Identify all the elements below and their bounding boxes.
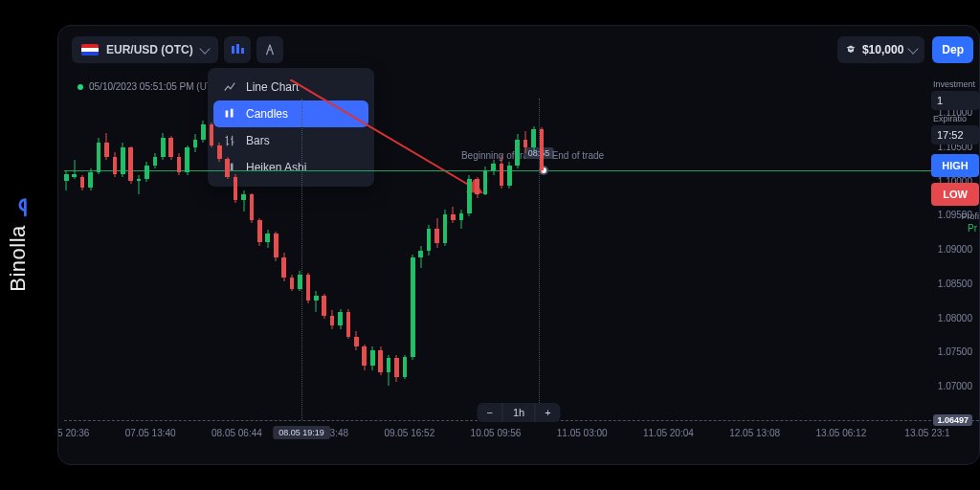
brand-logo-text: Binolla <box>6 198 31 292</box>
brand-icon <box>8 198 29 219</box>
crosshair-vertical <box>301 99 302 420</box>
x-tick: 08.05 06:44 <box>212 428 262 438</box>
expiration-input[interactable]: 17:52 <box>931 125 979 145</box>
zoom-out-button[interactable]: − <box>477 403 501 422</box>
compass-icon <box>263 43 277 56</box>
x-tick: 11.05 03:00 <box>557 428 608 438</box>
dd-label: Line Chart <box>246 80 299 94</box>
candles-icon <box>230 42 245 57</box>
topbar: EUR/USD (OTC) $10,000 <box>72 35 979 64</box>
zoom-in-button[interactable]: + <box>534 403 560 422</box>
status-dot-icon <box>78 84 83 90</box>
x-tick: 09.05 16:52 <box>384 428 434 438</box>
zoom-interval-button[interactable]: 1h <box>502 403 534 422</box>
pair-flag-icon <box>81 44 99 56</box>
expiration-label: Expiratio <box>933 114 979 123</box>
pair-selector[interactable]: EUR/USD (OTC) <box>72 36 218 63</box>
x-axis: 06.05 20:3607.05 13:4008.05 06:4408.05 2… <box>64 428 927 447</box>
balance-group: $10,000 Dep <box>837 36 973 63</box>
higher-button[interactable]: HIGH <box>931 154 979 177</box>
investment-input[interactable]: 1 <box>931 91 979 110</box>
investment-label: Investment <box>933 79 979 89</box>
x-hover-tag: 08.05 19:19 <box>273 426 330 439</box>
chart-area[interactable]: Beginning of trade 08:55 End of trade <box>64 99 927 420</box>
svg-rect-0 <box>232 46 234 54</box>
chevron-down-icon <box>199 43 210 54</box>
x-tick: 10.05 09:56 <box>471 428 522 438</box>
trade-sidepanel: Investment 1 Expiratio 17:52 HIGH LOW Pr… <box>931 76 979 464</box>
education-icon <box>845 44 857 56</box>
chevron-down-icon <box>908 43 919 54</box>
brand-name: Binolla <box>6 225 31 292</box>
zoom-controls: − 1h + <box>477 403 560 422</box>
chart-type-button[interactable] <box>224 36 251 63</box>
profit-label: Profi <box>933 212 979 221</box>
line-chart-icon <box>223 80 236 94</box>
x-tick: 07.05 13:40 <box>125 428 176 438</box>
x-tick: 11.05 20:04 <box>643 428 694 438</box>
drawing-tools-button[interactable] <box>256 36 283 63</box>
profit-value: Pr <box>931 223 979 234</box>
deposit-button[interactable]: Dep <box>932 36 973 63</box>
price-line <box>64 170 979 171</box>
lower-button[interactable]: LOW <box>931 183 979 206</box>
deposit-label: Dep <box>942 43 964 56</box>
x-tick: 12.05 13:08 <box>729 428 780 438</box>
chart-type-line[interactable]: Line Chart <box>213 74 368 100</box>
balance-value: $10,000 <box>862 43 903 56</box>
svg-rect-1 <box>236 44 239 54</box>
balance-selector[interactable]: $10,000 <box>837 36 924 63</box>
end-trade-label: End of trade <box>552 150 604 161</box>
x-tick: 13.05 06:12 <box>815 428 866 438</box>
svg-rect-2 <box>241 48 244 54</box>
trading-panel: EUR/USD (OTC) $10,000 <box>57 25 980 465</box>
pair-label: EUR/USD (OTC) <box>106 43 193 56</box>
x-tick: 06.05 20:36 <box>57 428 89 438</box>
